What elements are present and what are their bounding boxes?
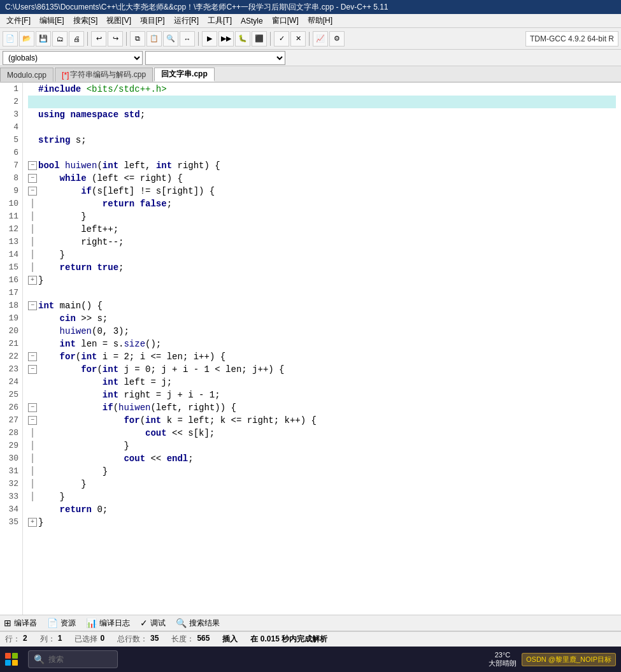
tb-undo[interactable]: ↩ [91,31,106,46]
fold-17 [28,289,37,297]
tab-modulo[interactable]: Modulo.cpp [0,68,54,82]
code-text-20: huiwen(0, 3); [60,325,129,338]
tab-modulo-label: Modulo.cpp [7,71,46,80]
taskbar-right: 23°C 大部晴朗 OSDN @黎里鹿_NOIP目标 [489,651,616,668]
tb-sep4 [270,32,271,46]
indent-12 [38,223,81,236]
line-num-23: 23 [4,363,18,376]
menu-search[interactable]: 搜索[S] [69,15,102,27]
menu-project[interactable]: 项目[P] [136,15,169,27]
toolbar: 📄 📂 💾 🗂 🖨 ↩ ↪ ⧉ 📋 🔍 ↔ ▶ ▶▶ 🐛 ⬛ ✓ ✕ 📈 ⚙ T… [0,28,621,50]
globals-dropdown2[interactable] [145,51,285,65]
fold-31: | [28,465,37,478]
code-line-12: | left++; [28,223,616,236]
tb-copy[interactable]: ⧉ [130,31,145,46]
line-num-34: 34 [4,503,18,516]
tb-saveall[interactable]: 🗂 [52,31,68,46]
indent-32 [38,478,81,490]
code-text-16: } [38,274,43,287]
code-text-15: return true; [60,261,124,274]
fold-27[interactable]: − [28,416,37,425]
col-val: 1 [58,634,62,645]
taskbar-search-bar[interactable]: 🔍 [28,650,118,668]
row-label: 行： [5,634,20,645]
menu-astyle[interactable]: AStyle [237,16,267,26]
tb-debug[interactable]: 🐛 [235,31,250,46]
tab-palindrome-label: 回文字串.cpp [161,69,208,80]
fold-8[interactable]: − [28,174,37,183]
tab-string-encode[interactable]: [*]字符串编码与解码.cpp [55,68,153,82]
tb-chart[interactable]: 📈 [313,31,328,46]
sel-label: 已选择 [75,634,97,645]
menu-view[interactable]: 视图[V] [103,15,135,27]
line-numbers: 1234567891011121314151617181920212223242… [0,83,23,615]
search-result-icon: 🔍 [176,618,187,628]
code-line-3: using namespace std; [28,108,616,121]
tb-new[interactable]: 📄 [3,31,18,46]
menu-edit[interactable]: 编辑[E] [36,15,68,27]
fold-35[interactable]: + [28,518,37,527]
fold-26[interactable]: − [28,403,37,412]
tb-close[interactable]: ✕ [290,31,306,46]
fold-13: | [28,236,37,248]
menu-help[interactable]: 帮助[H] [304,15,336,27]
tb-run[interactable]: ▶▶ [218,31,234,46]
code-area[interactable]: 1234567891011121314151617181920212223242… [0,83,621,615]
compile-log-tab[interactable]: 📊 编译日志 [86,618,130,629]
status-total: 总行数： 35 [117,634,159,645]
tb-redo[interactable]: ↪ [108,31,123,46]
indent-23 [38,363,81,376]
fold-16[interactable]: + [28,276,37,285]
code-text-35: } [38,516,43,529]
line-num-19: 19 [4,312,18,325]
tab-palindrome[interactable]: 回文字串.cpp [154,68,215,82]
code-line-31: | } [28,465,616,478]
tb-check[interactable]: ✓ [274,31,289,46]
code-line-19: cin >> s; [28,312,616,325]
code-text-10: return false; [103,197,172,210]
tb-sep2 [126,32,127,46]
code-text-19: cin >> s; [60,312,108,325]
fold-7[interactable]: − [28,161,37,170]
compiler-tab[interactable]: ⊞ 编译器 [4,618,37,629]
menu-window[interactable]: 窗口[W] [268,15,303,27]
total-label: 总行数： [117,634,148,645]
fold-9[interactable]: − [28,187,37,196]
tb-compile[interactable]: ▶ [202,31,217,46]
total-val: 35 [150,634,159,645]
tb-replace[interactable]: ↔ [180,31,195,46]
start-button[interactable] [5,653,18,666]
compiler-version: TDM-GCC 4.9.2 64-bit R [525,31,618,46]
search-result-tab[interactable]: 🔍 搜索结果 [176,618,220,629]
line-num-10: 10 [4,197,18,210]
line-num-30: 30 [4,452,18,465]
line-num-9: 9 [4,185,18,197]
fold-23[interactable]: − [28,365,37,374]
globals-dropdown[interactable]: (globals) [3,51,143,65]
line-num-33: 33 [4,490,18,503]
fold-18[interactable]: − [28,301,37,310]
menu-file[interactable]: 文件[F] [3,15,34,27]
fold-30: | [28,452,37,465]
code-line-22: − for(int i = 2; i <= len; i++) { [28,350,616,363]
fold-22[interactable]: − [28,352,37,361]
code-line-25: int right = j + i - 1; [28,389,616,401]
tb-find[interactable]: 🔍 [163,31,178,46]
indent-31 [38,465,103,478]
tb-settings[interactable]: ⚙ [329,31,345,46]
tb-open[interactable]: 📂 [19,31,34,46]
code-text-13: right--; [81,236,124,248]
resource-tab[interactable]: 📄 资源 [47,618,76,629]
menu-run[interactable]: 运行[R] [170,15,203,27]
indent-28 [38,427,145,440]
tb-stop[interactable]: ⬛ [252,31,267,46]
search-input[interactable] [48,655,112,664]
menu-tools[interactable]: 工具[T] [204,15,236,27]
osdn-badge: OSDN @黎里鹿_NOIP目标 [522,653,616,666]
debug-tab[interactable]: ✓ 调试 [140,618,166,629]
tb-print[interactable]: 🖨 [69,31,84,46]
fold-10: | [28,197,37,210]
tb-save[interactable]: 💾 [36,31,51,46]
tb-paste[interactable]: 📋 [146,31,162,46]
code-content[interactable]: #include <bits/stdc++.h> using namespace… [23,83,621,615]
